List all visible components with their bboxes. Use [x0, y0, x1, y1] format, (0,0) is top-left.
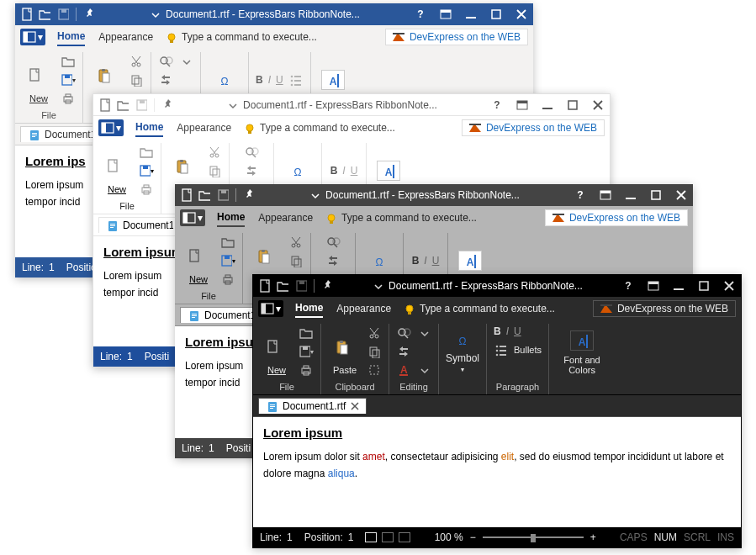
print-button[interactable]	[299, 362, 314, 378]
ribbon-display-icon[interactable]	[515, 98, 529, 112]
zoom-out-icon[interactable]: −	[470, 531, 476, 543]
open-icon[interactable]	[39, 8, 50, 20]
close-icon[interactable]	[674, 188, 688, 202]
chevron-down-icon[interactable]	[372, 280, 383, 292]
align-buttons[interactable]	[365, 532, 410, 542]
web-link-box[interactable]: DevExpress on the WEB	[545, 209, 688, 226]
find-button[interactable]	[158, 54, 173, 69]
italic-button[interactable]: I	[424, 255, 426, 267]
doc-tab[interactable]: Document1.rtf	[180, 307, 262, 323]
italic-button[interactable]: I	[342, 165, 345, 177]
cut-button[interactable]	[129, 54, 144, 69]
underline-button[interactable]: U	[351, 165, 358, 177]
pin-icon[interactable]	[243, 189, 255, 201]
open-button[interactable]	[139, 145, 154, 160]
zoom-control[interactable]: 100 % − +	[422, 531, 608, 543]
ribbon-display-icon[interactable]	[439, 8, 452, 21]
pin-icon[interactable]	[83, 8, 95, 20]
nav-panel-toggle[interactable]: ▾	[258, 300, 283, 317]
new-doc-icon[interactable]	[180, 189, 192, 201]
help-icon[interactable]	[414, 8, 427, 21]
cut-button[interactable]	[288, 235, 304, 250]
save-button[interactable]: ▾	[61, 72, 76, 87]
tab-home[interactable]: Home	[135, 119, 163, 137]
open-button[interactable]	[220, 235, 235, 250]
tell-me-box[interactable]: Type a command to execute...	[325, 212, 533, 224]
new-button[interactable]: New	[100, 147, 134, 194]
open-icon[interactable]	[198, 189, 210, 201]
help-icon[interactable]	[621, 279, 635, 293]
zoom-in-icon[interactable]: +	[590, 531, 596, 543]
text-color-box[interactable]	[458, 251, 482, 271]
print-button[interactable]	[61, 91, 76, 106]
copy-button[interactable]	[207, 163, 222, 178]
nav-panel-toggle[interactable]: ▾	[20, 29, 45, 45]
find-button[interactable]	[396, 325, 411, 341]
tell-me-box[interactable]: Type a command to execute...	[403, 303, 581, 314]
pin-icon[interactable]	[161, 99, 173, 111]
web-link-box[interactable]: DevExpress on the WEB	[385, 29, 528, 45]
underline-button[interactable]: U	[432, 255, 440, 267]
new-button[interactable]: New	[260, 328, 293, 375]
maximize-icon[interactable]	[566, 98, 579, 112]
save-icon[interactable]	[295, 280, 307, 292]
maximize-icon[interactable]	[697, 279, 711, 293]
minimize-icon[interactable]	[541, 98, 554, 112]
copy-button[interactable]	[288, 253, 304, 268]
tab-appearance[interactable]: Appearance	[258, 209, 313, 226]
italic-button[interactable]: I	[506, 325, 509, 337]
tab-home[interactable]: Home	[57, 28, 85, 46]
doc-tab[interactable]: Document1.rtf	[98, 217, 181, 233]
underline-button[interactable]: U	[276, 74, 283, 86]
tab-appearance[interactable]: Appearance	[98, 29, 153, 45]
help-icon[interactable]	[574, 188, 587, 202]
maximize-icon[interactable]	[649, 188, 663, 202]
nav-panel-toggle[interactable]: ▾	[98, 119, 124, 136]
save-icon[interactable]	[217, 189, 229, 201]
editor[interactable]: Lorem ipsum Lorem ipsum dolor sit amet, …	[253, 417, 741, 527]
tab-appearance[interactable]: Appearance	[336, 300, 391, 317]
doc-tab[interactable]: Document1.rtf	[20, 126, 103, 142]
new-button[interactable]: New	[22, 56, 56, 103]
doc-tab[interactable]: Document1.rtf	[258, 398, 367, 414]
copy-button[interactable]	[367, 344, 382, 359]
web-link-box[interactable]: DevExpress on the WEB	[462, 119, 605, 136]
find-dropdown-icon[interactable]	[416, 325, 431, 341]
tab-home[interactable]: Home	[295, 299, 323, 318]
bullets-label[interactable]: Bullets	[514, 345, 542, 355]
zoom-slider[interactable]	[483, 536, 584, 538]
tab-home[interactable]: Home	[217, 209, 245, 227]
new-button[interactable]: New	[182, 237, 215, 284]
ribbon-display-icon[interactable]	[599, 188, 612, 202]
new-doc-icon[interactable]	[258, 280, 270, 292]
save-icon[interactable]	[135, 99, 147, 111]
print-button[interactable]	[139, 182, 154, 197]
text-color-box[interactable]	[377, 161, 400, 181]
close-icon[interactable]	[515, 8, 528, 21]
text-color-box[interactable]	[321, 70, 345, 90]
minimize-icon[interactable]	[464, 8, 478, 21]
bold-button[interactable]: B	[412, 255, 420, 267]
save-button[interactable]: ▾	[220, 253, 235, 268]
cut-button[interactable]	[207, 145, 222, 160]
minimize-icon[interactable]	[672, 279, 685, 293]
replace-button[interactable]	[396, 344, 411, 359]
web-link-box[interactable]: DevExpress on the WEB	[593, 300, 736, 317]
tab-appearance[interactable]: Appearance	[177, 119, 231, 136]
fontcolor-button[interactable]	[396, 362, 411, 378]
underline-button[interactable]: U	[514, 325, 521, 337]
bold-button[interactable]: B	[330, 165, 338, 177]
replace-button[interactable]	[325, 253, 341, 268]
chevron-down-icon[interactable]	[226, 99, 238, 111]
open-button[interactable]	[61, 54, 76, 69]
find-button[interactable]	[244, 145, 259, 160]
tell-me-box[interactable]: Type a command to execute...	[165, 31, 373, 43]
replace-button[interactable]	[158, 72, 173, 87]
new-doc-icon[interactable]	[20, 8, 32, 20]
new-doc-icon[interactable]	[98, 99, 110, 111]
save-icon[interactable]	[57, 8, 69, 20]
maximize-icon[interactable]	[489, 8, 503, 21]
bullets-button[interactable]	[288, 72, 304, 87]
minimize-icon[interactable]	[624, 188, 637, 202]
ribbon-display-icon[interactable]	[647, 279, 660, 293]
